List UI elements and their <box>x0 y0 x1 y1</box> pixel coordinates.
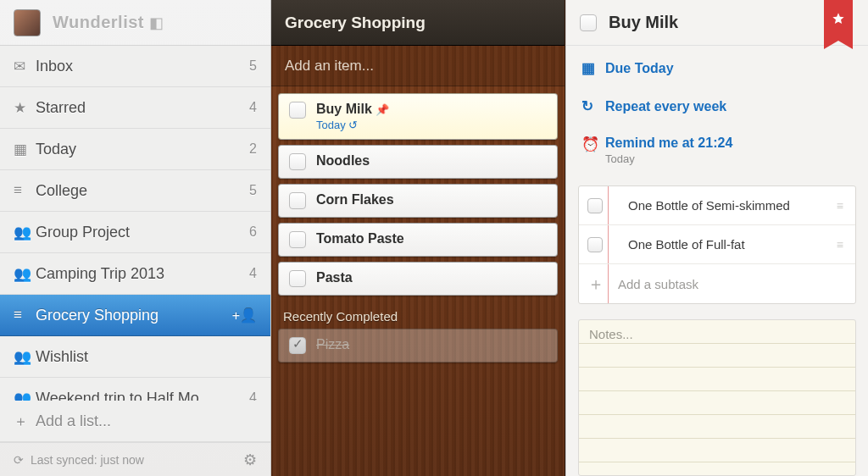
task-row[interactable]: Noodles <box>278 145 558 179</box>
sidebar-item[interactable]: ✉Inbox5 <box>0 46 270 87</box>
subtask-list: One Bottle of Semi-skimmed≡One Bottle of… <box>578 185 856 304</box>
plus-icon: ＋ <box>587 276 603 291</box>
drag-handle-icon[interactable]: ≡ <box>837 199 850 213</box>
sidebar-item-count: 4 <box>249 100 257 115</box>
reminder-label: Remind me at 21:24 <box>605 136 732 150</box>
sidebar-item-label: Today <box>36 141 249 158</box>
sidebar-item-count: 5 <box>249 183 257 198</box>
list-icon: ≡ <box>14 182 36 199</box>
sidebar-item-count: 6 <box>249 224 257 240</box>
task-checkbox[interactable] <box>289 270 306 287</box>
alarm-icon: ⏰ <box>581 136 605 153</box>
people-icon: 👥 <box>14 348 36 366</box>
detail-pane: Buy Milk ▦ Due Today ↻ Repeat every week… <box>565 0 868 476</box>
subtask-row[interactable]: One Bottle of Semi-skimmed≡ <box>579 186 855 225</box>
list-icon: ≡ <box>14 307 36 324</box>
notes-field[interactable]: Notes... <box>578 319 856 476</box>
task-row[interactable]: Buy Milk📌Today ↺ <box>278 93 558 140</box>
avatar[interactable] <box>14 9 41 36</box>
sidebar-item-count: 5 <box>249 58 257 74</box>
sidebar-item-label: Wishlist <box>36 348 257 366</box>
sidebar-header: Wunderlist ◧ <box>0 0 270 46</box>
add-subtask-row[interactable]: ＋Add a subtask <box>579 264 855 303</box>
task-checkbox[interactable] <box>289 231 306 248</box>
sidebar-item[interactable]: ≡College5 <box>0 170 270 212</box>
task-checkbox[interactable] <box>289 102 306 119</box>
add-subtask-label: Add a subtask <box>618 277 698 291</box>
task-checkbox[interactable] <box>289 153 306 170</box>
task-pane: Grocery Shopping Add an item... Buy Milk… <box>271 0 565 476</box>
task-row[interactable]: Tomato Paste <box>278 223 558 257</box>
star-icon: ★ <box>14 99 36 117</box>
sidebar-item[interactable]: ▦Today2 <box>0 129 270 170</box>
detail-title-row: Buy Milk <box>566 0 868 46</box>
sidebar-item-count: 4 <box>249 266 257 281</box>
due-date-row[interactable]: ▦ Due Today <box>566 49 868 87</box>
settings-icon[interactable]: ⚙ <box>243 451 257 469</box>
detail-meta: ▦ Due Today ↻ Repeat every week ⏰ Remind… <box>566 46 868 179</box>
sidebar: Wunderlist ◧ ✉Inbox5★Starred4▦Today2≡Col… <box>0 0 271 476</box>
plus-icon: ＋ <box>14 412 36 431</box>
pin-icon: 📌 <box>376 103 389 116</box>
sidebar-item-label: Grocery Shopping <box>36 307 232 324</box>
task-title: Corn Flakes <box>316 192 394 207</box>
repeat-label: Repeat every week <box>605 99 726 114</box>
add-task-input[interactable]: Add an item... <box>271 46 565 86</box>
sidebar-item-label: Starred <box>36 99 249 117</box>
sync-icon[interactable]: ⟳ <box>14 453 24 467</box>
sidebar-item[interactable]: ★Starred4 <box>0 87 270 129</box>
task-checkbox[interactable] <box>289 337 306 354</box>
sync-label: Last synced: just now <box>31 453 144 467</box>
task-row[interactable]: Pasta <box>278 262 558 296</box>
sidebar-item[interactable]: 👥Camping Trip 20134 <box>0 253 270 295</box>
sidebar-item-label: Group Project <box>36 224 249 241</box>
reminder-row[interactable]: ⏰ Remind me at 21:24 Today <box>566 125 868 175</box>
subtask-title: One Bottle of Full-fat <box>628 237 745 252</box>
people-icon: 👥 <box>14 224 36 241</box>
subtask-checkbox[interactable] <box>587 198 603 213</box>
sidebar-item[interactable]: 👥Group Project6 <box>0 212 270 253</box>
calendar-icon: ▦ <box>581 59 605 77</box>
sidebar-item-count: 2 <box>249 141 257 157</box>
sidebar-item[interactable]: ≡Grocery Shopping+👤 <box>0 295 270 336</box>
detail-title: Buy Milk <box>609 13 678 32</box>
add-task-placeholder: Add an item... <box>285 58 374 75</box>
task-subtitle: Today ↺ <box>316 119 389 131</box>
add-list-button[interactable]: ＋ Add a list... <box>0 401 270 442</box>
activity-icon[interactable]: ◧ <box>149 14 164 32</box>
reminder-sub: Today <box>605 152 732 165</box>
people-icon: 👥 <box>14 390 36 401</box>
completed-list: Pizza <box>271 329 565 368</box>
task-title: Noodles <box>316 153 370 168</box>
completed-header: Recently Completed <box>271 301 565 329</box>
notes-placeholder: Notes... <box>589 327 633 341</box>
brand-title: Wunderlist <box>53 13 144 32</box>
task-title: Buy Milk <box>316 102 372 116</box>
star-icon <box>832 12 845 25</box>
subtask-row[interactable]: One Bottle of Full-fat≡ <box>579 225 855 264</box>
task-checkbox[interactable] <box>289 192 306 209</box>
task-title: Tomato Paste <box>316 231 404 246</box>
task-row-completed[interactable]: Pizza <box>278 329 558 363</box>
calendar-icon: ▦ <box>14 141 36 158</box>
list-title: Grocery Shopping <box>271 0 565 46</box>
repeat-icon: ↻ <box>581 97 605 115</box>
sidebar-list: ✉Inbox5★Starred4▦Today2≡College5👥Group P… <box>0 46 270 401</box>
due-label: Due Today <box>605 61 674 76</box>
task-title: Pasta <box>316 270 353 285</box>
sidebar-footer: ⟳ Last synced: just now ⚙ <box>0 442 270 476</box>
star-ribbon[interactable] <box>824 0 853 41</box>
sidebar-item[interactable]: 👥Weekend trip to Half Mo...4 <box>0 378 270 401</box>
sidebar-item-count: 4 <box>249 390 257 401</box>
drag-handle-icon[interactable]: ≡ <box>837 238 850 252</box>
sidebar-item-count: +👤 <box>232 307 257 324</box>
sidebar-item-label: Camping Trip 2013 <box>36 265 249 283</box>
people-icon: 👥 <box>14 265 36 283</box>
sidebar-item[interactable]: 👥Wishlist <box>0 336 270 378</box>
task-row[interactable]: Corn Flakes <box>278 184 558 218</box>
detail-checkbox[interactable] <box>580 14 597 31</box>
subtask-checkbox[interactable] <box>587 237 603 252</box>
task-title: Pizza <box>316 337 349 352</box>
subtask-title: One Bottle of Semi-skimmed <box>628 198 790 213</box>
repeat-row[interactable]: ↻ Repeat every week <box>566 87 868 125</box>
